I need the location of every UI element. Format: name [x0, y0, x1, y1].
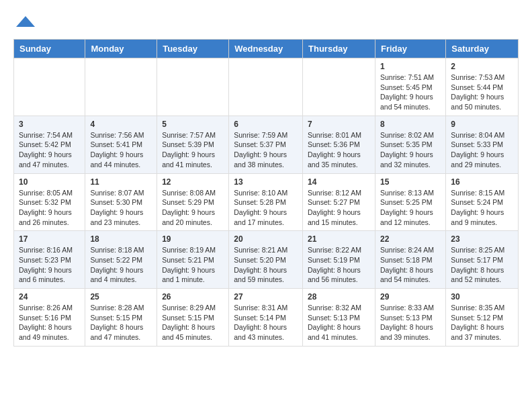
- calendar-week-5: 24Sunrise: 8:26 AM Sunset: 5:16 PM Dayli…: [14, 289, 519, 347]
- day-number: 5: [162, 120, 224, 129]
- day-info: Sunrise: 8:32 AM Sunset: 5:13 PM Dayligh…: [308, 303, 370, 342]
- day-number: 6: [234, 120, 298, 129]
- calendar-cell: 4Sunrise: 7:56 AM Sunset: 5:41 PM Daylig…: [85, 116, 157, 173]
- calendar: SundayMondayTuesdayWednesdayThursdayFrid…: [13, 39, 519, 347]
- calendar-cell: 13Sunrise: 8:10 AM Sunset: 5:28 PM Dayli…: [229, 173, 303, 231]
- calendar-cell: [85, 58, 157, 116]
- day-info: Sunrise: 7:54 AM Sunset: 5:42 PM Dayligh…: [19, 130, 80, 170]
- day-number: 18: [90, 234, 152, 244]
- day-info: Sunrise: 8:35 AM Sunset: 5:12 PM Dayligh…: [451, 303, 513, 342]
- calendar-week-3: 10Sunrise: 8:05 AM Sunset: 5:32 PM Dayli…: [14, 173, 519, 231]
- calendar-cell: 23Sunrise: 8:25 AM Sunset: 5:17 PM Dayli…: [446, 231, 519, 289]
- calendar-header: SundayMondayTuesdayWednesdayThursdayFrid…: [14, 40, 519, 58]
- day-info: Sunrise: 8:15 AM Sunset: 5:24 PM Dayligh…: [451, 188, 513, 228]
- calendar-cell: 29Sunrise: 8:33 AM Sunset: 5:13 PM Dayli…: [375, 289, 445, 347]
- day-number: 11: [90, 177, 152, 187]
- day-info: Sunrise: 8:01 AM Sunset: 5:36 PM Dayligh…: [308, 130, 370, 170]
- day-number: 16: [451, 177, 513, 187]
- day-info: Sunrise: 8:18 AM Sunset: 5:22 PM Dayligh…: [90, 245, 152, 285]
- calendar-cell: 7Sunrise: 8:01 AM Sunset: 5:36 PM Daylig…: [303, 116, 375, 173]
- calendar-cell: 2Sunrise: 7:53 AM Sunset: 5:44 PM Daylig…: [446, 58, 519, 116]
- day-number: 29: [380, 292, 441, 302]
- day-info: Sunrise: 8:22 AM Sunset: 5:19 PM Dayligh…: [308, 245, 370, 285]
- calendar-cell: 6Sunrise: 7:59 AM Sunset: 5:37 PM Daylig…: [229, 116, 303, 173]
- calendar-cell: 25Sunrise: 8:28 AM Sunset: 5:15 PM Dayli…: [85, 289, 157, 347]
- day-info: Sunrise: 8:28 AM Sunset: 5:15 PM Dayligh…: [90, 303, 152, 342]
- day-info: Sunrise: 8:07 AM Sunset: 5:30 PM Dayligh…: [90, 188, 152, 228]
- calendar-cell: 15Sunrise: 8:13 AM Sunset: 5:25 PM Dayli…: [375, 173, 445, 231]
- logo-icon: [16, 13, 35, 32]
- calendar-cell: 16Sunrise: 8:15 AM Sunset: 5:24 PM Dayli…: [446, 173, 519, 231]
- calendar-cell: 27Sunrise: 8:31 AM Sunset: 5:14 PM Dayli…: [229, 289, 303, 347]
- day-info: Sunrise: 7:51 AM Sunset: 5:45 PM Dayligh…: [380, 73, 441, 112]
- calendar-cell: 10Sunrise: 8:05 AM Sunset: 5:32 PM Dayli…: [14, 173, 85, 231]
- calendar-cell: 9Sunrise: 8:04 AM Sunset: 5:33 PM Daylig…: [446, 116, 519, 173]
- day-info: Sunrise: 8:31 AM Sunset: 5:14 PM Dayligh…: [234, 303, 298, 342]
- day-number: 1: [380, 62, 441, 71]
- day-number: 8: [380, 120, 441, 129]
- day-number: 25: [90, 292, 152, 302]
- day-number: 3: [19, 120, 80, 129]
- day-info: Sunrise: 8:02 AM Sunset: 5:35 PM Dayligh…: [380, 130, 441, 170]
- day-header-monday: Monday: [85, 40, 157, 58]
- logo: [13, 13, 35, 32]
- day-number: 27: [234, 292, 298, 302]
- day-header-saturday: Saturday: [446, 40, 519, 58]
- calendar-cell: 24Sunrise: 8:26 AM Sunset: 5:16 PM Dayli…: [14, 289, 85, 347]
- day-number: 10: [19, 177, 80, 187]
- calendar-cell: 17Sunrise: 8:16 AM Sunset: 5:23 PM Dayli…: [14, 231, 85, 289]
- day-info: Sunrise: 7:56 AM Sunset: 5:41 PM Dayligh…: [90, 130, 152, 170]
- day-info: Sunrise: 7:59 AM Sunset: 5:37 PM Dayligh…: [234, 130, 298, 170]
- day-header-friday: Friday: [375, 40, 445, 58]
- calendar-cell: 18Sunrise: 8:18 AM Sunset: 5:22 PM Dayli…: [85, 231, 157, 289]
- calendar-cell: 20Sunrise: 8:21 AM Sunset: 5:20 PM Dayli…: [229, 231, 303, 289]
- day-number: 14: [308, 177, 370, 187]
- day-info: Sunrise: 8:29 AM Sunset: 5:15 PM Dayligh…: [162, 303, 224, 342]
- day-number: 30: [451, 292, 513, 302]
- calendar-cell: 28Sunrise: 8:32 AM Sunset: 5:13 PM Dayli…: [303, 289, 375, 347]
- day-number: 19: [162, 234, 224, 244]
- day-number: 26: [162, 292, 224, 302]
- svg-marker-0: [16, 16, 35, 27]
- day-info: Sunrise: 8:13 AM Sunset: 5:25 PM Dayligh…: [380, 188, 441, 228]
- calendar-body: 1Sunrise: 7:51 AM Sunset: 5:45 PM Daylig…: [14, 58, 519, 347]
- calendar-cell: 21Sunrise: 8:22 AM Sunset: 5:19 PM Dayli…: [303, 231, 375, 289]
- day-header-sunday: Sunday: [14, 40, 85, 58]
- calendar-cell: 22Sunrise: 8:24 AM Sunset: 5:18 PM Dayli…: [375, 231, 445, 289]
- page-header: [13, 13, 519, 32]
- calendar-cell: 19Sunrise: 8:19 AM Sunset: 5:21 PM Dayli…: [157, 231, 229, 289]
- calendar-cell: 30Sunrise: 8:35 AM Sunset: 5:12 PM Dayli…: [446, 289, 519, 347]
- calendar-cell: 5Sunrise: 7:57 AM Sunset: 5:39 PM Daylig…: [157, 116, 229, 173]
- calendar-week-1: 1Sunrise: 7:51 AM Sunset: 5:45 PM Daylig…: [14, 58, 519, 116]
- day-header-thursday: Thursday: [303, 40, 375, 58]
- day-number: 15: [380, 177, 441, 187]
- day-info: Sunrise: 8:24 AM Sunset: 5:18 PM Dayligh…: [380, 245, 441, 285]
- day-number: 12: [162, 177, 224, 187]
- calendar-cell: [229, 58, 303, 116]
- day-number: 22: [380, 234, 441, 244]
- day-info: Sunrise: 8:33 AM Sunset: 5:13 PM Dayligh…: [380, 303, 441, 342]
- calendar-cell: 8Sunrise: 8:02 AM Sunset: 5:35 PM Daylig…: [375, 116, 445, 173]
- day-info: Sunrise: 8:19 AM Sunset: 5:21 PM Dayligh…: [162, 245, 224, 285]
- day-number: 17: [19, 234, 80, 244]
- day-number: 4: [90, 120, 152, 129]
- day-info: Sunrise: 7:53 AM Sunset: 5:44 PM Dayligh…: [451, 73, 513, 112]
- day-number: 7: [308, 120, 370, 129]
- calendar-cell: 14Sunrise: 8:12 AM Sunset: 5:27 PM Dayli…: [303, 173, 375, 231]
- calendar-cell: [14, 58, 85, 116]
- day-header-wednesday: Wednesday: [229, 40, 303, 58]
- calendar-cell: 11Sunrise: 8:07 AM Sunset: 5:30 PM Dayli…: [85, 173, 157, 231]
- day-info: Sunrise: 8:25 AM Sunset: 5:17 PM Dayligh…: [451, 245, 513, 285]
- day-info: Sunrise: 8:04 AM Sunset: 5:33 PM Dayligh…: [451, 130, 513, 170]
- day-number: 13: [234, 177, 298, 187]
- day-info: Sunrise: 8:05 AM Sunset: 5:32 PM Dayligh…: [19, 188, 80, 228]
- calendar-week-2: 3Sunrise: 7:54 AM Sunset: 5:42 PM Daylig…: [14, 116, 519, 173]
- day-info: Sunrise: 8:08 AM Sunset: 5:29 PM Dayligh…: [162, 188, 224, 228]
- day-info: Sunrise: 7:57 AM Sunset: 5:39 PM Dayligh…: [162, 130, 224, 170]
- calendar-week-4: 17Sunrise: 8:16 AM Sunset: 5:23 PM Dayli…: [14, 231, 519, 289]
- day-number: 9: [451, 120, 513, 129]
- day-info: Sunrise: 8:21 AM Sunset: 5:20 PM Dayligh…: [234, 245, 298, 285]
- day-info: Sunrise: 8:26 AM Sunset: 5:16 PM Dayligh…: [19, 303, 80, 342]
- day-number: 23: [451, 234, 513, 244]
- calendar-cell: 1Sunrise: 7:51 AM Sunset: 5:45 PM Daylig…: [375, 58, 445, 116]
